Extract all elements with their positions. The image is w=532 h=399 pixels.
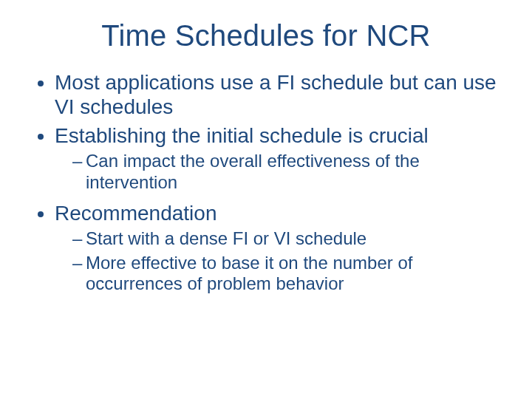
sub-bullet-item: Can impact the overall effectiveness of … [72,151,502,194]
bullet-text: Recommendation [55,202,216,225]
sub-bullet-item: Start with a dense FI or VI schedule [72,228,502,250]
sub-bullet-list: Start with a dense FI or VI schedule Mor… [55,228,502,295]
sub-bullet-item: More effective to base it on the number … [72,253,502,296]
bullet-text: Establishing the initial schedule is cru… [55,124,429,147]
slide-title: Time Schedules for NCR [30,19,502,52]
bullet-item: Recommendation Start with a dense FI or … [55,201,502,295]
slide: Time Schedules for NCR Most applications… [0,0,532,399]
sub-bullet-list: Can impact the overall effectiveness of … [55,151,502,194]
bullet-item: Most applications use a FI schedule but … [55,70,502,119]
bullet-item: Establishing the initial schedule is cru… [55,123,502,194]
bullet-list: Most applications use a FI schedule but … [30,70,502,295]
